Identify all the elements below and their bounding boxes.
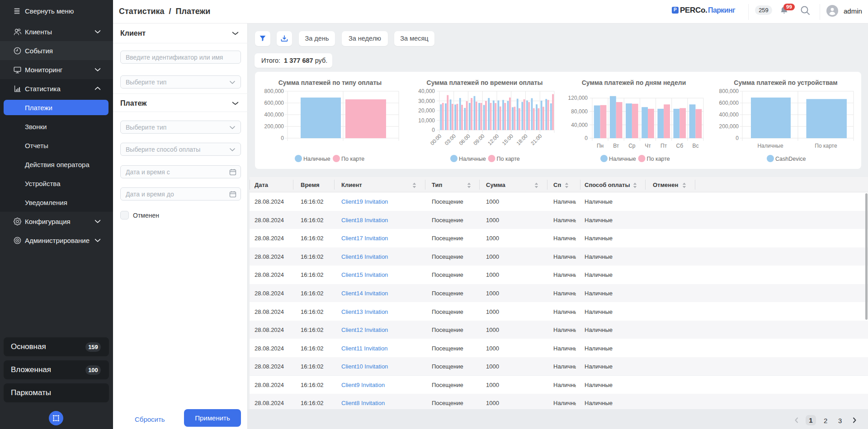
svg-text:400,000: 400,000 [264, 112, 284, 118]
svg-text:0: 0 [432, 127, 435, 133]
svg-text:Сумма платежей по дням недели: Сумма платежей по дням недели [582, 79, 686, 86]
svg-text:Ср: Ср [628, 143, 636, 149]
svg-text:200,000: 200,000 [719, 123, 739, 130]
svg-text:Вс: Вс [692, 143, 698, 149]
svg-text:Сумма платежей по устройствам: Сумма платежей по устройствам [734, 79, 837, 86]
svg-text:По карте: По карте [341, 156, 364, 162]
svg-text:600,000: 600,000 [264, 100, 284, 106]
svg-text:Пт: Пт [660, 143, 667, 149]
svg-text:03:00: 03:00 [443, 133, 457, 146]
svg-text:21:00: 21:00 [530, 133, 543, 146]
svg-text:Наличные: Наличные [609, 156, 636, 162]
svg-text:30,000: 30,000 [418, 98, 435, 104]
svg-text:15:00: 15:00 [501, 133, 514, 146]
svg-text:800,000: 800,000 [719, 88, 739, 94]
svg-text:Наличные: Наличные [303, 156, 330, 162]
svg-text:800,000: 800,000 [264, 88, 284, 94]
svg-text:Наличные: Наличные [459, 156, 486, 162]
svg-text:По карте: По карте [647, 156, 670, 162]
svg-text:80,000: 80,000 [571, 108, 588, 115]
svg-text:20,000: 20,000 [418, 107, 435, 114]
svg-text:Чт: Чт [645, 143, 651, 149]
svg-text:18:00: 18:00 [515, 133, 528, 146]
svg-text:Вт: Вт [613, 143, 619, 149]
svg-text:CashDevice: CashDevice [775, 156, 806, 162]
svg-text:40,000: 40,000 [571, 122, 588, 128]
svg-text:По карте: По карте [497, 156, 520, 162]
svg-text:По карте: По карте [815, 143, 837, 149]
svg-text:200,000: 200,000 [264, 123, 284, 130]
svg-text:400,000: 400,000 [719, 112, 739, 118]
svg-text:0: 0 [585, 135, 588, 141]
svg-text:00:00: 00:00 [429, 133, 443, 146]
svg-text:10,000: 10,000 [418, 117, 435, 124]
svg-text:Сб: Сб [676, 143, 684, 149]
svg-text:120,000: 120,000 [568, 95, 588, 101]
svg-text:Сумма платежей по времени опла: Сумма платежей по времени оплаты [427, 79, 543, 86]
svg-text:06:00: 06:00 [458, 133, 471, 146]
svg-text:12:00: 12:00 [487, 133, 500, 146]
svg-text:600,000: 600,000 [719, 100, 739, 106]
svg-text:0: 0 [736, 135, 739, 141]
svg-text:40,000: 40,000 [418, 88, 435, 94]
svg-text:Сумма платежей по типу оплаты: Сумма платежей по типу оплаты [278, 79, 382, 86]
svg-text:09:00: 09:00 [472, 133, 486, 146]
svg-text:Пн: Пн [597, 143, 604, 149]
svg-text:0: 0 [281, 135, 284, 141]
svg-text:Наличные: Наличные [757, 143, 783, 149]
